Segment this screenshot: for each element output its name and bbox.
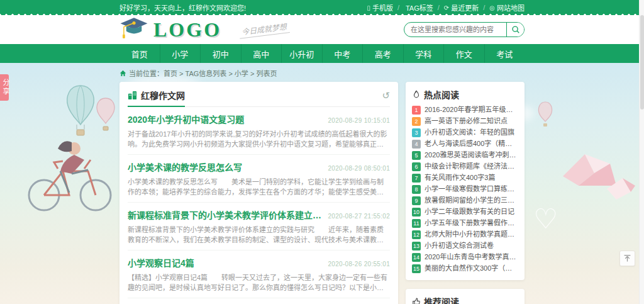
article-item: 小学美术评价方案模板 2020-08-25 22:00:01 小学美术评价方案模… bbox=[128, 298, 390, 304]
top-bar: 好好学习，天天向上，红穆作文网欢迎您! ▯ 手机版 TAG标签 ⟳ 最近更新 bbox=[0, 0, 644, 15]
site-building-icon bbox=[128, 91, 137, 100]
hot-reading-link: 小升初语文阅读：年轻的国旗 bbox=[425, 128, 514, 137]
sidebar: 热点阅读 1 2016-2020年春学期五年级语文下期末模拟 2 高一英语下册必… bbox=[406, 82, 525, 304]
hot-reading-item[interactable]: 12 北师大附中小升初数学真题汇编 bbox=[412, 230, 518, 239]
hot-reading-title: 热点阅读 bbox=[424, 88, 459, 101]
hot-reading-link: 小升初语文综合测试卷 bbox=[425, 241, 494, 251]
topbar-link-icon: ⟳ bbox=[444, 4, 449, 11]
paper-cranes-illustration bbox=[557, 142, 638, 213]
rank-badge: 1 bbox=[412, 106, 421, 115]
top-arrow-icon bbox=[623, 254, 631, 262]
thumbs-up-icon bbox=[412, 297, 421, 304]
rank-badge: 6 bbox=[412, 162, 421, 171]
topbar-link[interactable]: TAG标签 bbox=[393, 3, 433, 13]
article-title-link[interactable]: 小学美术课的教学反思怎么写 bbox=[128, 160, 321, 173]
hot-reading-item[interactable]: 2 高一英语下册必修二知识点 bbox=[412, 116, 518, 126]
article-item: 小学观察日记4篇 2020-08-26 20:55:01 【精选】小学观察日记4… bbox=[128, 251, 390, 298]
hot-reading-link: 美丽的大自然作文300字（精选3篇） bbox=[425, 264, 518, 273]
hot-reading-item[interactable]: 9 放暑假期间留给小学生的三年级英语作文范文 bbox=[412, 196, 518, 205]
refresh-icon[interactable]: ↺ bbox=[382, 90, 390, 105]
article-title-link[interactable]: 新课程标准背景下的小学美术教学评价体系建立的实践与研究 bbox=[128, 208, 321, 221]
topbar-link-icon: ◎ bbox=[489, 4, 495, 11]
article-date: 2020-08-29 08:50:01 bbox=[328, 165, 390, 172]
hot-reading-item[interactable]: 7 有关风雨作文400字3篇 bbox=[412, 173, 518, 183]
article-item: 新课程标准背景下的小学美术教学评价体系建立的实践与研究 2020-08-27 2… bbox=[128, 203, 390, 251]
article-title-link[interactable]: 小学观察日记4篇 bbox=[128, 256, 321, 269]
hot-reading-panel: 热点阅读 1 2016-2020年春学期五年级语文下期末模拟 2 高一英语下册必… bbox=[406, 82, 525, 280]
topbar-link-label: 最近更新 bbox=[451, 3, 479, 13]
site-header: LOGO 今日成就梦想 bbox=[0, 15, 644, 44]
article-excerpt: 对于备战2017年小升初的同学来说,复习的好坏对小升初考试成绩的高低起着很大的影… bbox=[128, 129, 390, 149]
hot-reading-item[interactable]: 4 老人与海读后感400字（精选3篇） bbox=[412, 139, 518, 149]
nav-item[interactable]: 小升初 bbox=[281, 44, 322, 63]
hot-reading-item[interactable]: 14 2020年山东青岛中考数学真题（已公布） bbox=[412, 252, 518, 262]
share-tab[interactable]: 分享 bbox=[0, 74, 9, 101]
topbar-link[interactable]: ▯ 手机版 bbox=[367, 3, 393, 13]
nav-item[interactable]: 考试 bbox=[484, 44, 525, 63]
rank-badge: 5 bbox=[412, 151, 421, 160]
panel-title: 红穆作文网 bbox=[141, 89, 185, 101]
hot-reading-link: 放暑假期间留给小学生的三年级英语作文范文 bbox=[425, 196, 518, 205]
topbar-link-label: 网站地图 bbox=[497, 3, 525, 13]
hot-reading-item[interactable]: 13 小升初语文综合测试卷 bbox=[412, 241, 518, 251]
topbar-link-label: 手机版 bbox=[372, 3, 393, 13]
heart-decoration: ♡ bbox=[533, 203, 558, 235]
rank-badge: 7 bbox=[412, 174, 421, 183]
rank-badge: 3 bbox=[412, 128, 421, 137]
heart-icon: ♡ bbox=[533, 203, 558, 234]
rank-badge: 11 bbox=[412, 219, 421, 228]
nav-item[interactable]: 小学 bbox=[160, 44, 201, 63]
article-excerpt: 小学美术课的教学反思怎么写 美术是一门特别的学科，它能让学生学到绘画与制作的本领… bbox=[128, 177, 390, 197]
search-icon bbox=[511, 25, 520, 34]
back-to-top-button[interactable] bbox=[619, 251, 635, 266]
hot-reading-link: 2020年山东青岛中考数学真题（已公布） bbox=[425, 252, 518, 262]
nav-item[interactable]: 首页 bbox=[119, 44, 160, 63]
nav-item[interactable]: 中考 bbox=[322, 44, 363, 63]
hot-reading-item[interactable]: 15 美丽的大自然作文300字（精选3篇） bbox=[412, 264, 518, 273]
article-date: 2020-08-29 10:15:01 bbox=[328, 117, 390, 124]
nav-item[interactable]: 初中 bbox=[200, 44, 241, 63]
rank-badge: 10 bbox=[412, 208, 421, 217]
search-box bbox=[404, 22, 525, 37]
topbar-links: ▯ 手机版 TAG标签 ⟳ 最近更新 ◎ 网站地图 bbox=[367, 3, 525, 13]
topbar-link[interactable]: ⟳ 最近更新 bbox=[433, 3, 479, 13]
rank-badge: 9 bbox=[412, 196, 421, 205]
rank-badge: 2 bbox=[412, 117, 421, 126]
hot-reading-item[interactable]: 1 2016-2020年春学期五年级语文下期末模拟 bbox=[412, 105, 518, 115]
nav-item[interactable]: 高中 bbox=[241, 44, 282, 63]
hot-reading-link: 2016-2020年春学期五年级语文下期末模拟 bbox=[425, 105, 518, 115]
recommend-reading-title: 推荐阅读 bbox=[424, 295, 459, 304]
welcome-text: 好好学习，天天向上，红穆作文网欢迎您! bbox=[119, 3, 246, 13]
logo[interactable]: LOGO 今日成就梦想 bbox=[119, 16, 289, 43]
hot-reading-link: 有关风雨作文400字3篇 bbox=[425, 173, 495, 183]
logo-slogan: 今日成就梦想 bbox=[238, 20, 290, 39]
hot-reading-item[interactable]: 11 小学五年级下册数学暑假作业答案【20-61 bbox=[412, 218, 518, 228]
hot-reading-link: 小学五年级下册数学暑假作业答案【20-61 bbox=[425, 218, 518, 228]
hot-reading-item[interactable]: 10 小学二年级跟数学有关的日记 bbox=[412, 207, 518, 217]
topbar-link[interactable]: ◎ 网站地图 bbox=[479, 3, 525, 13]
nav-item[interactable]: 高考 bbox=[362, 44, 403, 63]
main-nav: 首页 小学 初中 高中 小升初 中考 高考 学科 作文 考试 bbox=[0, 44, 644, 63]
article-title-link[interactable]: 2020年小学升初中语文复习题 bbox=[128, 113, 321, 125]
hot-reading-item[interactable]: 5 2020雅思英语阅读临考冲刺试题附答案 bbox=[412, 150, 518, 160]
nav-item[interactable]: 作文 bbox=[443, 44, 484, 63]
hot-reading-item[interactable]: 8 小学一年级寒假数学口算练习题三篇 bbox=[412, 184, 518, 194]
scrollbar-thumb[interactable] bbox=[640, 15, 644, 110]
search-button[interactable] bbox=[506, 23, 524, 37]
article-item: 2020年小学升初中语文复习题 2020-08-29 10:15:01 对于备战… bbox=[128, 107, 390, 155]
hot-reading-item[interactable]: 6 中级会计职称题库《经济法》检测题 bbox=[412, 162, 518, 171]
article-item: 小学美术课的教学反思怎么写 2020-08-29 08:50:01 小学美术课的… bbox=[128, 155, 390, 203]
hot-flame-icon bbox=[412, 90, 421, 99]
hot-reading-item[interactable]: 3 小升初语文阅读：年轻的国旗 bbox=[412, 128, 518, 137]
search-input[interactable] bbox=[404, 26, 506, 33]
browser-scrollbar[interactable] bbox=[639, 0, 644, 304]
breadcrumb-text[interactable]: 当前位置：首页 > TAG信息列表 > 小学 > 列表页 bbox=[129, 68, 277, 78]
rank-badge: 8 bbox=[412, 185, 421, 194]
page-background: ♡ 当前位置：首页 > TAG信息列表 > 小学 > 列表页 bbox=[0, 63, 644, 304]
graduation-cap-icon bbox=[119, 16, 148, 43]
rank-badge: 14 bbox=[412, 253, 421, 262]
logo-text: LOGO bbox=[153, 18, 221, 42]
nav-item[interactable]: 学科 bbox=[403, 44, 444, 63]
article-excerpt: 【精选】小学观察日记4篇 转眼一天又过去了，这一天里，大家身边一定有一些有趣的见… bbox=[128, 273, 390, 293]
rank-badge: 15 bbox=[412, 264, 421, 273]
